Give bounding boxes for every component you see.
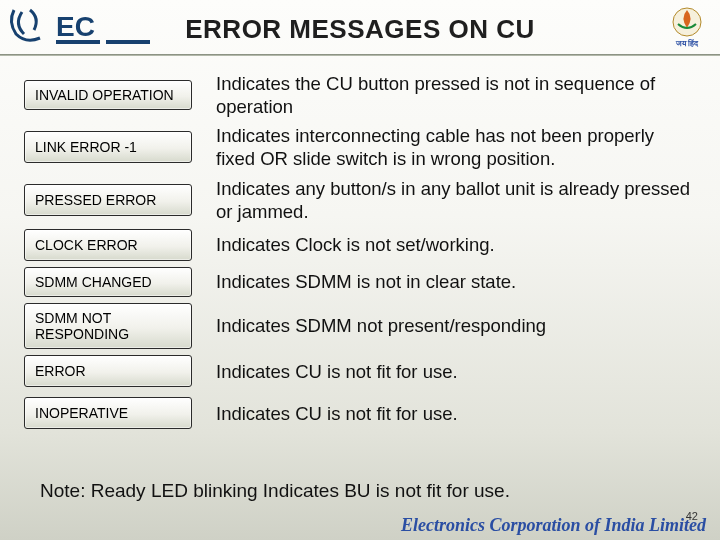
footer-brand: Electronics Corporation of India Limited: [401, 515, 706, 536]
description: Indicates interconnecting cable has not …: [192, 124, 696, 170]
page-title: ERROR MESSAGES ON CU: [0, 14, 720, 45]
description: Indicates the CU button pressed is not i…: [192, 72, 696, 118]
divider: [0, 54, 720, 56]
description: Indicates SDMM is not in clear state.: [192, 270, 696, 293]
label: INVALID OPERATION: [24, 80, 192, 110]
description: Indicates SDMM not present/responding: [192, 314, 696, 337]
row-pressed-error: PRESSED ERROR Indicates any button/s in …: [24, 177, 696, 223]
label: CLOCK ERROR: [24, 229, 192, 261]
row-invalid-operation: INVALID OPERATION Indicates the CU butto…: [24, 72, 696, 118]
description: Indicates CU is not fit for use.: [192, 360, 696, 383]
description: Indicates Clock is not set/working.: [192, 233, 696, 256]
row-inoperative: INOPERATIVE Indicates CU is not fit for …: [24, 397, 696, 429]
row-error: ERROR Indicates CU is not fit for use.: [24, 355, 696, 387]
label: PRESSED ERROR: [24, 184, 192, 216]
label: SDMM CHANGED: [24, 267, 192, 297]
label: INOPERATIVE: [24, 397, 192, 429]
label: ERROR: [24, 355, 192, 387]
label: SDMM NOT RESPONDING: [24, 303, 192, 349]
error-table: INVALID OPERATION Indicates the CU butto…: [0, 72, 720, 435]
row-sdmm-changed: SDMM CHANGED Indicates SDMM is not in cl…: [24, 267, 696, 297]
row-clock-error: CLOCK ERROR Indicates Clock is not set/w…: [24, 229, 696, 261]
note: Note: Ready LED blinking Indicates BU is…: [40, 480, 510, 502]
label: LINK ERROR -1: [24, 131, 192, 163]
description: Indicates CU is not fit for use.: [192, 402, 696, 425]
row-link-error: LINK ERROR -1 Indicates interconnecting …: [24, 124, 696, 170]
row-sdmm-not-responding: SDMM NOT RESPONDING Indicates SDMM not p…: [24, 303, 696, 349]
description: Indicates any button/s in any ballot uni…: [192, 177, 696, 223]
